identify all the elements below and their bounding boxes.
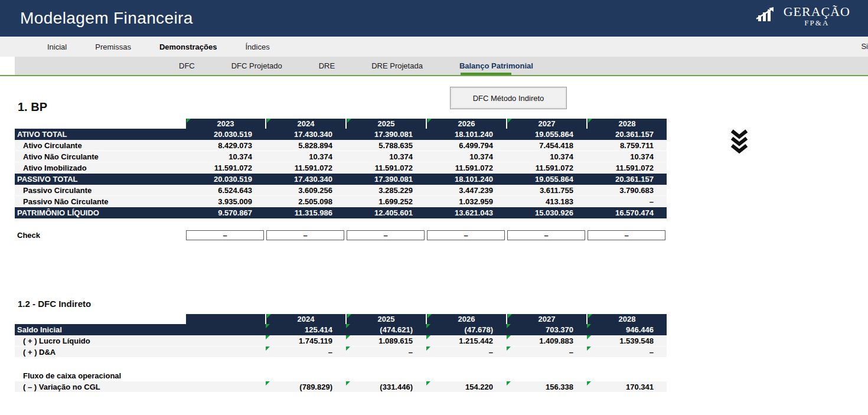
title-bar: Modelagem Financeira GERAÇÃO FP&A: [0, 0, 868, 37]
section-heading-dfc-indireto: 1.2 - DFC Indireto: [18, 299, 91, 309]
cell: 18.101.240: [426, 174, 506, 185]
dfc-header-row: 2024 2025 2026 2027 2028: [15, 314, 667, 324]
cell: –: [586, 347, 667, 357]
cell: –: [265, 347, 345, 357]
cell: 11.591.072: [265, 162, 345, 173]
cell: 946.446: [586, 324, 667, 335]
cell: 170.341: [586, 381, 667, 392]
cell: 1.539.548: [586, 335, 667, 346]
cell: 16.570.474: [586, 207, 667, 218]
cell: 10.374: [345, 151, 426, 162]
cell: 3.447.239: [426, 185, 506, 195]
table-row-patrimonio-liquido: PATRIMÔNIO LÍQUIDO 9.570.867 11.315.986 …: [15, 207, 667, 218]
cell: 1.089.615: [345, 335, 426, 346]
cell: 3.285.229: [345, 185, 426, 195]
nav-item-indices[interactable]: Índices: [245, 43, 269, 51]
cell: –: [586, 196, 667, 207]
dfc-metodo-indireto-button[interactable]: DFC Método Indireto: [450, 87, 567, 109]
row-label: PASSIVO TOTAL: [15, 174, 185, 185]
section-heading-bp: 1. BP: [18, 100, 47, 114]
cell: 9.570.867: [185, 207, 265, 218]
cell: 20.361.157: [586, 174, 667, 185]
table-row-passivo-nao-circulante: Passivo Não Circulante 3.935.009 2.505.0…: [15, 196, 667, 207]
cell: 13.621.043: [426, 207, 506, 218]
cell: 18.101.240: [426, 129, 506, 140]
cell: [185, 335, 265, 346]
table-row-ativo-total: ATIVO TOTAL 20.030.519 17.430.340 17.390…: [15, 129, 667, 140]
table-row-passivo-total: PASSIVO TOTAL 20.030.519 17.430.340 17.3…: [15, 174, 667, 185]
table-row-passivo-circulante: Passivo Circulante 6.524.643 3.609.256 3…: [15, 185, 667, 196]
subnav-item-dre-projetada[interactable]: DRE Projetada: [371, 57, 423, 75]
subnav-item-dre[interactable]: DRE: [319, 57, 335, 75]
cell: 125.414: [265, 324, 345, 335]
subnav-item-dfc[interactable]: DFC: [179, 57, 195, 75]
spacer: [15, 358, 667, 370]
row-label: Ativo Não Circulante: [15, 151, 185, 162]
check-cell: –: [507, 230, 585, 240]
year-header: 2025: [345, 314, 426, 324]
nav-item-premissas[interactable]: Premissas: [95, 43, 131, 51]
check-cell: –: [427, 230, 505, 240]
cell: 10.374: [265, 151, 345, 162]
corner-cell: [15, 119, 185, 129]
row-label: ( + ) D&A: [15, 347, 185, 357]
sub-nav: DFC DFC Projetado DRE DRE Projetada Bala…: [15, 57, 868, 75]
subnav-item-dfc-projetado[interactable]: DFC Projetado: [231, 57, 282, 75]
app-title: Modelagem Financeira: [0, 9, 193, 28]
nav-item-right-partial[interactable]: Si: [861, 37, 868, 57]
row-label: Passivo Circulante: [15, 185, 185, 195]
table-row-variacao-cgl: ( – ) Variação no CGL (789.829) (331.446…: [15, 381, 667, 393]
logo: GERAÇÃO FP&A: [754, 4, 850, 28]
cell: 5.828.894: [265, 140, 345, 151]
cell: 12.405.601: [345, 207, 426, 218]
cell: 7.454.418: [506, 140, 586, 151]
cell: 3.609.256: [265, 185, 345, 195]
cell: 3.611.755: [506, 185, 586, 195]
cell: 154.220: [426, 381, 506, 392]
table-row-ativo-imobilizado: Ativo Imobilizado 11.591.072 11.591.072 …: [15, 162, 667, 174]
cell: 11.591.072: [586, 162, 667, 173]
corner-cell: [15, 314, 185, 324]
row-label: ( + ) Lucro Líquido: [15, 335, 185, 346]
check-cell: –: [347, 230, 425, 240]
dfc-indireto-table: 2024 2025 2026 2027 2028 Saldo Inicial 1…: [15, 314, 667, 393]
double-chevron-down-icon[interactable]: [730, 129, 749, 153]
subnav-item-balanco-patrimonial[interactable]: Balanço Patrimonial: [459, 57, 533, 75]
year-header: 2027: [506, 119, 586, 129]
year-header: 2024: [265, 314, 345, 324]
cell: [185, 347, 265, 357]
cell: 17.390.081: [345, 174, 426, 185]
cell: 10.374: [185, 151, 265, 162]
cell: [185, 381, 265, 392]
cell: 17.390.081: [345, 129, 426, 140]
table-row-saldo-inicial: Saldo Inicial 125.414 (474.621) (47.678)…: [15, 324, 667, 335]
bp-table: 2023 2024 2025 2026 2027 2028 ATIVO TOTA…: [15, 119, 667, 241]
green-divider-line: [0, 75, 868, 76]
cell: 5.788.635: [345, 140, 426, 151]
cell: 15.030.926: [506, 207, 586, 218]
year-header: 2023: [185, 119, 265, 129]
nav-item-inicial[interactable]: Inicial: [47, 43, 67, 51]
row-label: ( – ) Variação no CGL: [15, 381, 185, 392]
cell: 1.032.959: [426, 196, 506, 207]
cell: 19.055.864: [506, 129, 586, 140]
cell: 11.591.072: [185, 162, 265, 173]
table-row-fluxo-caixa-operacional: Fluxo de caixa operacional: [15, 370, 667, 381]
check-cell: –: [266, 230, 344, 240]
cell: 20.030.519: [185, 129, 265, 140]
nav-item-demonstracoes[interactable]: Demonstrações: [159, 43, 217, 51]
cell: 20.361.157: [586, 129, 667, 140]
cell: 8.429.073: [185, 140, 265, 151]
row-label: Passivo Não Circulante: [15, 196, 185, 207]
cell: 6.524.643: [185, 185, 265, 195]
cell: –: [506, 347, 586, 357]
year-header: 2026: [426, 119, 506, 129]
cell: 20.030.519: [185, 174, 265, 185]
cell: 8.759.711: [586, 140, 667, 151]
row-label: Saldo Inicial: [15, 324, 185, 335]
cell: –: [426, 347, 506, 357]
logo-name: GERAÇÃO: [784, 4, 850, 19]
cell: 11.591.072: [345, 162, 426, 173]
year-header: 2025: [345, 119, 426, 129]
cell: (789.829): [265, 381, 345, 392]
